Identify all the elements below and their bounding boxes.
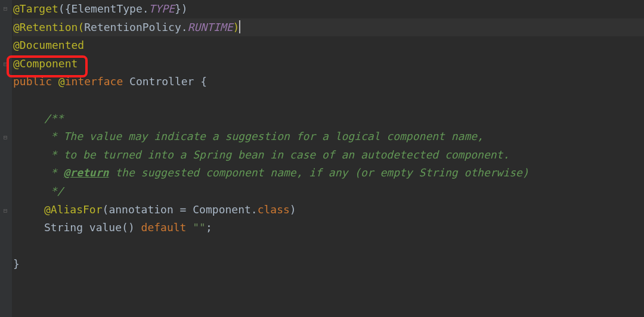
code-line-10[interactable]: * @return the suggested component name, … bbox=[13, 164, 644, 182]
string-literal: "" bbox=[193, 221, 206, 234]
javadoc-return-tag: @return bbox=[64, 166, 109, 179]
dot: . bbox=[181, 21, 188, 33]
equals: = bbox=[174, 203, 193, 216]
keyword: interface bbox=[65, 75, 123, 88]
javadoc-text: * bbox=[44, 166, 64, 179]
annotation: @Documented bbox=[13, 39, 84, 51]
at-sign: @ bbox=[58, 75, 65, 88]
annotation-component: @Component bbox=[13, 57, 78, 70]
code-line-13[interactable]: String value() default ""; bbox=[13, 219, 644, 237]
keyword: class bbox=[258, 203, 290, 216]
keyword: public bbox=[13, 75, 58, 88]
code-line-9[interactable]: * to be turned into a Spring bean in cas… bbox=[13, 146, 644, 164]
attr-name: annotation bbox=[109, 203, 173, 216]
dot: . bbox=[143, 2, 149, 15]
fold-marker-icon[interactable]: ⊟ bbox=[2, 5, 9, 13]
code-line-5[interactable]: public @interface Controller { bbox=[13, 73, 644, 91]
javadoc-end: */ bbox=[44, 185, 64, 197]
annotation: @AliasFor bbox=[44, 203, 103, 216]
enum-constant: RUNTIME bbox=[188, 21, 233, 33]
semicolon: ; bbox=[206, 221, 212, 234]
paren: ({ bbox=[58, 2, 72, 15]
parens: () bbox=[122, 221, 141, 234]
class-ref: RetentionPolicy bbox=[84, 21, 181, 33]
code-line-14[interactable] bbox=[13, 237, 644, 256]
type-name: Controller bbox=[123, 75, 200, 88]
annotation: @Target bbox=[13, 2, 58, 15]
code-line-15[interactable]: } bbox=[13, 255, 644, 274]
code-line-12[interactable]: @AliasFor(annotation = Component.class) bbox=[13, 201, 644, 219]
class-ref: Component bbox=[193, 203, 251, 216]
paren: ) bbox=[290, 203, 296, 216]
fold-marker-icon[interactable]: ⊟ bbox=[2, 134, 9, 141]
code-line-6[interactable] bbox=[13, 91, 644, 110]
enum-constant: TYPE bbox=[149, 2, 175, 15]
code-line-2[interactable]: @Retention(RetentionPolicy.RUNTIME) bbox=[13, 18, 644, 37]
brace: } bbox=[13, 257, 20, 270]
javadoc-text: the suggested component name, if any (or… bbox=[109, 166, 528, 179]
paren: }) bbox=[175, 2, 188, 15]
paren: ) bbox=[233, 21, 239, 33]
fold-marker-icon[interactable]: ⊟ bbox=[2, 61, 9, 68]
code-line-4[interactable]: @Component bbox=[13, 55, 644, 73]
code-line-11[interactable]: */ bbox=[13, 182, 644, 201]
fold-marker-icon[interactable]: ⊟ bbox=[2, 207, 9, 215]
return-type: String bbox=[44, 221, 89, 234]
code-editor[interactable]: @Target({ElementType.TYPE}) @Retention(R… bbox=[12, 0, 644, 274]
brace: { bbox=[200, 75, 207, 88]
annotation: @Retention bbox=[13, 21, 78, 33]
dot: . bbox=[251, 203, 258, 216]
text-caret bbox=[239, 20, 240, 33]
code-line-3[interactable]: @Documented bbox=[13, 36, 644, 55]
paren: ( bbox=[78, 21, 84, 33]
code-line-7[interactable]: /** bbox=[13, 110, 644, 128]
method-name: value bbox=[89, 221, 122, 234]
keyword: default bbox=[141, 221, 193, 234]
code-line-8[interactable]: * The value may indicate a suggestion fo… bbox=[13, 128, 644, 146]
code-line-1[interactable]: @Target({ElementType.TYPE}) bbox=[13, 0, 644, 18]
editor-gutter: ⊟ ⊟ ⊟ ⊟ bbox=[0, 0, 12, 317]
javadoc-start: /** bbox=[44, 112, 64, 125]
class-ref: ElementType bbox=[72, 2, 143, 15]
javadoc-text: * The value may indicate a suggestion fo… bbox=[44, 130, 484, 142]
javadoc-text: * to be turned into a Spring bean in cas… bbox=[44, 148, 509, 161]
paren: ( bbox=[103, 203, 109, 216]
